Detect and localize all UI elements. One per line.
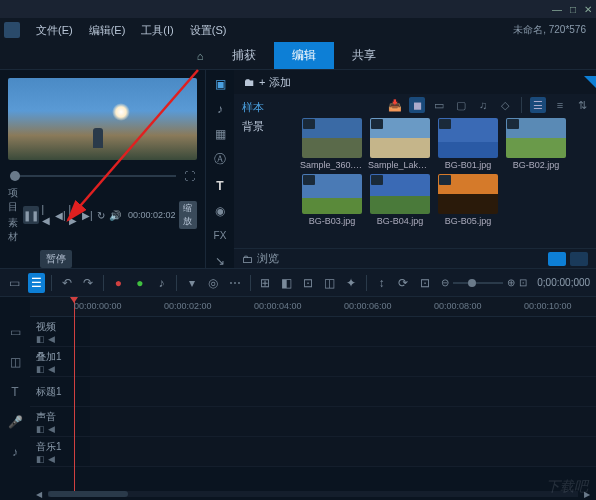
multicam-button[interactable]: ⊞ [256,273,274,293]
thumbnail-item[interactable]: BG-B03.jpg [300,174,364,226]
zoom-slider[interactable] [453,282,503,284]
view-list-icon[interactable]: ≡ [552,97,568,113]
play-pause-button[interactable]: ❚❚ [23,206,39,224]
title-track-icon[interactable]: T [0,377,30,407]
mixer-button[interactable]: ↕ [373,273,391,293]
fit-button[interactable]: ⊡ [519,277,527,288]
filter-video-icon[interactable]: ▭ [431,97,447,113]
track-lane[interactable] [90,407,596,436]
track-controls[interactable]: ◧ ◀ [36,364,90,374]
fx-tab-icon[interactable]: FX [211,228,229,243]
volume-button[interactable]: 🔊 [109,206,121,224]
track-header[interactable]: 叠加1◧ ◀ [30,350,90,374]
track-controls[interactable]: ◧ ◀ [36,334,90,344]
scrubber-thumb[interactable] [10,171,20,181]
menu-tools[interactable]: 工具(I) [133,23,181,38]
footer-option-1[interactable] [548,252,566,266]
home-button[interactable]: ⌂ [190,46,210,66]
tree-background[interactable]: 背景 [242,117,286,136]
chapter-button[interactable]: ⟳ [394,273,412,293]
track-header[interactable]: 声音◧ ◀ [30,410,90,434]
track-header[interactable]: 视频◧ ◀ [30,320,90,344]
playhead[interactable] [74,297,75,497]
track-controls[interactable]: ◧ ◀ [36,454,90,464]
timeline-track[interactable]: 标题1 [30,377,596,407]
close-button[interactable]: ✕ [584,4,592,15]
import-icon[interactable]: 📥 [387,97,403,113]
thumbnail-item[interactable]: BG-B02.jpg [504,118,568,170]
thumbnail-item[interactable]: Sample_Lake.m... [368,118,432,170]
voice-track-icon[interactable]: 🎤 [0,407,30,437]
step-forward-button[interactable]: |▶ [69,206,79,224]
overlay-track-icon[interactable]: ◫ [0,347,30,377]
pan-zoom-button[interactable]: ⊡ [299,273,317,293]
tab-edit[interactable]: 编辑 [274,42,334,69]
path-tab-icon[interactable]: ↘ [211,253,229,268]
menu-settings[interactable]: 设置(S) [182,23,235,38]
tracking-button[interactable]: ◎ [205,273,223,293]
scrollbar-thumb[interactable] [48,491,128,497]
zoom-out-button[interactable]: ⊖ [441,277,449,288]
zoom-badge[interactable]: 缩放 [179,201,197,229]
undo-button[interactable]: ↶ [58,273,76,293]
track-lane[interactable] [90,437,596,466]
mask-button[interactable]: ◧ [278,273,296,293]
video-track-icon[interactable]: ▭ [0,317,30,347]
filter-free-icon[interactable]: ◇ [497,97,513,113]
thumbnail-item[interactable]: BG-B04.jpg [368,174,432,226]
track-lane[interactable] [90,377,596,406]
minimize-button[interactable]: — [552,4,562,15]
cue-button[interactable]: ⊡ [416,273,434,293]
tab-share[interactable]: 共享 [334,42,394,69]
timeline-track[interactable]: 叠加1◧ ◀ [30,347,596,377]
audio-tab-icon[interactable]: ♪ [211,101,229,116]
tree-sample[interactable]: 样本 [242,98,286,117]
track-lane[interactable] [90,317,596,346]
add-media-button[interactable]: 🖿 + 添加 [234,70,301,94]
go-end-button[interactable]: ▶| [82,206,93,224]
menu-file[interactable]: 文件(E) [28,23,81,38]
title-tab-icon[interactable]: Ⓐ [211,151,229,168]
footer-option-2[interactable] [570,252,588,266]
filter-all-icon[interactable]: ◼ [409,97,425,113]
zoom-in-button[interactable]: ⊕ [507,277,515,288]
step-back-button[interactable]: ◀| [55,206,66,224]
media-tab-icon[interactable]: ▣ [211,76,229,91]
filter-audio-icon[interactable]: ♫ [475,97,491,113]
loop-button[interactable]: ↻ [96,206,106,224]
browse-button[interactable]: 🗀 浏览 [242,251,279,266]
subtitle-button[interactable]: ⋯ [226,273,244,293]
voice-button[interactable]: ● [131,273,149,293]
scroll-left-button[interactable]: ◀ [34,489,44,499]
mode-clip-label[interactable]: 素材 [8,216,20,244]
3d-button[interactable]: ◫ [321,273,339,293]
timeline-track[interactable]: 声音◧ ◀ [30,407,596,437]
add-dropdown-corner[interactable] [584,76,596,88]
thumbnail-item[interactable]: Sample_360.mp4 [300,118,364,170]
storyboard-view-button[interactable]: ▭ [6,273,24,293]
auto-music-button[interactable]: ♪ [153,273,171,293]
track-controls[interactable]: ◧ ◀ [36,424,90,434]
track-header[interactable]: 音乐1◧ ◀ [30,440,90,464]
motion-button[interactable]: ✦ [342,273,360,293]
menu-edit[interactable]: 编辑(E) [81,23,134,38]
sort-icon[interactable]: ⇅ [574,97,590,113]
preview-scrubber[interactable]: ⛶ [0,168,205,184]
timeline-ruler[interactable]: 00:00:00:0000:00:02:0000:00:04:0000:00:0… [30,297,596,317]
record-button[interactable]: ● [110,273,128,293]
mode-project-label[interactable]: 项目 [8,186,20,214]
filter-tab-icon[interactable]: ◉ [211,203,229,218]
tab-capture[interactable]: 捕获 [214,42,274,69]
timeline-scrollbar[interactable]: ◀ ▶ [30,488,596,500]
go-start-button[interactable]: |◀ [42,206,52,224]
expand-icon[interactable]: ⛶ [184,170,195,182]
track-header[interactable]: 标题1 [30,385,90,399]
maximize-button[interactable]: □ [570,4,576,15]
preview-viewport[interactable] [8,78,197,160]
marker-button[interactable]: ▾ [183,273,201,293]
thumbnail-item[interactable]: BG-B01.jpg [436,118,500,170]
view-thumb-icon[interactable]: ☰ [530,97,546,113]
track-lane[interactable] [90,347,596,376]
timeline-view-button[interactable]: ☰ [28,273,46,293]
transition-tab-icon[interactable]: ▦ [211,126,229,141]
